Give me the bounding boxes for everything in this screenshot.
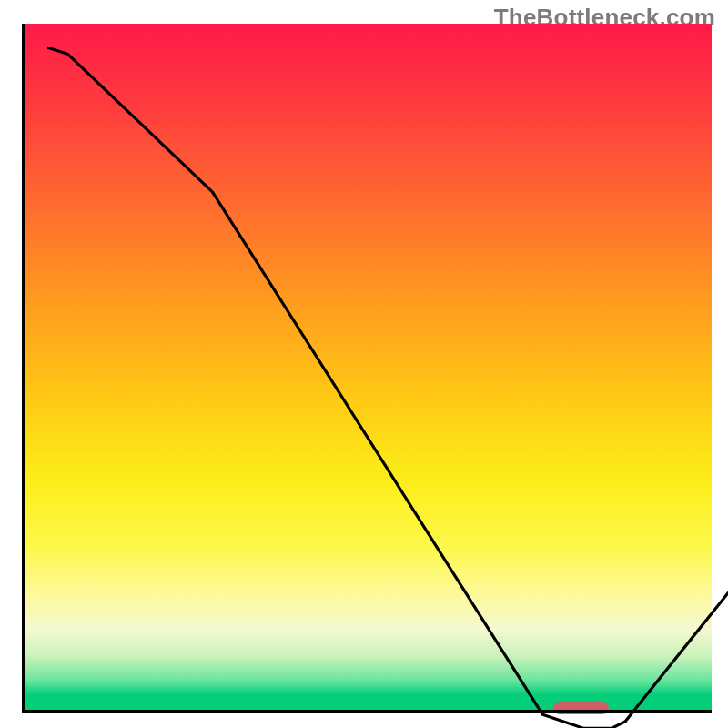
chart-frame: TheBottleneck.com (0, 0, 728, 728)
bottleneck-curve (47, 47, 728, 728)
plot-area (24, 24, 712, 712)
x-axis (22, 710, 712, 713)
y-axis (22, 24, 25, 712)
minimum-marker (553, 702, 608, 714)
